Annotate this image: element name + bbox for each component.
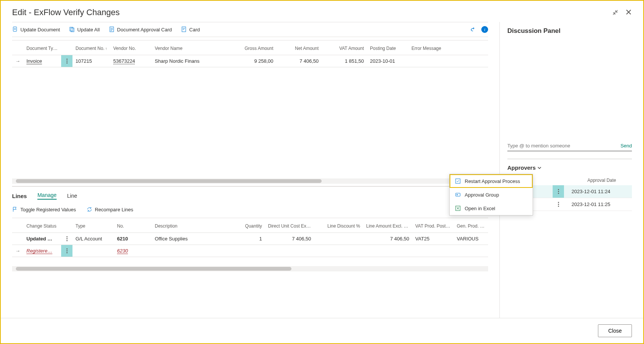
approvers-section-toggle[interactable]: Approvers [507, 164, 632, 171]
col-line-no[interactable]: No. [114, 222, 152, 230]
col-line-unit[interactable]: Direct Unit Cost Excl. VAT [265, 222, 314, 230]
ctx-group-label: Approval Group [465, 192, 499, 198]
col-change-status[interactable]: Change Status [23, 222, 61, 230]
cell-change-status: Updated … [23, 234, 61, 243]
recompare-label: Recompare Lines [95, 207, 133, 212]
cell-doc-type[interactable]: Invoice [23, 57, 61, 65]
card-icon [181, 26, 187, 33]
col-vendor-name[interactable]: Vendor Name [152, 44, 227, 53]
col-posting-date[interactable]: Posting Date [367, 44, 408, 53]
mention-input[interactable] [507, 141, 615, 151]
close-icon[interactable]: ✕ [625, 8, 632, 17]
cell-line-no[interactable]: 6230 [114, 246, 152, 255]
col-line-disc[interactable]: Line Discount % [314, 222, 363, 230]
approver-row-menu[interactable] [553, 185, 564, 198]
card-button[interactable]: Card [181, 26, 200, 33]
cell-line-unit: 7 406,50 [265, 234, 314, 243]
recompare-button[interactable]: Recompare Lines [86, 206, 133, 212]
lines-h-scrollbar[interactable] [12, 266, 488, 271]
ctx-excel-label: Open in Excel [465, 206, 495, 211]
update-all-button[interactable]: Update All [69, 26, 100, 33]
ctx-restart-label: Restart Approval Process [465, 178, 520, 184]
cell-gross: 9 258,00 [227, 57, 276, 65]
h-scrollbar[interactable] [12, 178, 488, 184]
info-badge-icon[interactable]: i [481, 26, 488, 33]
cell-line-type [72, 249, 114, 253]
approver-row-menu[interactable] [553, 198, 564, 211]
group-icon [455, 192, 461, 198]
col-line-vatpg[interactable]: VAT Prod. Posting Group [412, 222, 454, 230]
approver-date: 2023-12-01 11:25 [564, 201, 632, 207]
line-menu-button[interactable] [61, 233, 72, 245]
ctx-open-excel[interactable]: Open in Excel [450, 201, 533, 215]
col-line-desc[interactable]: Description [152, 222, 235, 230]
svg-rect-6 [456, 193, 460, 196]
cell-line-vatpg: VAT25 [412, 234, 454, 243]
tab-manage[interactable]: Manage [37, 192, 57, 200]
cell-line-amt: 7 406,50 [363, 234, 412, 243]
document-update-icon [12, 26, 18, 33]
update-document-button[interactable]: Update Document [12, 26, 60, 33]
col-vat[interactable]: VAT Amount [322, 44, 367, 53]
share-icon[interactable] [470, 26, 476, 33]
cell-line-no: 6210 [114, 234, 152, 243]
flag-icon [12, 206, 18, 212]
line-row[interactable]: Updated … G/L Account 6210 Office Suppli… [12, 233, 488, 245]
cell-line-qty: 1 [235, 234, 265, 243]
minimize-arrow-icon[interactable] [612, 9, 618, 15]
cell-line-type: G/L Account [72, 234, 114, 243]
approval-card-icon [109, 26, 115, 33]
chevron-down-icon [537, 166, 542, 170]
excel-icon [455, 205, 461, 211]
row-arrow-icon[interactable]: → [12, 57, 23, 65]
table-row[interactable]: → Invoice 107215 53673224 Sharp Nordic F… [12, 55, 488, 67]
row-menu-button[interactable] [61, 55, 72, 67]
col-error[interactable]: Error Message [408, 44, 454, 53]
update-document-label: Update Document [20, 27, 60, 33]
refresh-icon [86, 206, 92, 212]
col-line-type[interactable]: Type [72, 222, 114, 230]
col-net[interactable]: Net Amount [276, 44, 322, 53]
cell-vat: 1 851,50 [322, 57, 367, 65]
restart-icon [455, 178, 461, 184]
discussion-panel-title: Discussion Panel [507, 22, 632, 42]
cell-line-disc [314, 237, 363, 240]
cell-doc-no: 107215 [72, 57, 110, 65]
row-arrow-icon[interactable]: → [12, 246, 23, 255]
update-all-icon [69, 26, 75, 33]
send-button[interactable]: Send [615, 143, 632, 149]
toggle-reg-label: Toggle Registered Values [20, 207, 76, 212]
col-doc-no[interactable]: Document No.↑ [72, 44, 110, 53]
doc-approval-card-label: Document Approval Card [117, 27, 172, 33]
ctx-restart-approval[interactable]: Restart Approval Process [450, 174, 533, 188]
cell-posting: 2023-10-01 [367, 57, 408, 65]
context-menu: Restart Approval Process Approval Group … [449, 174, 533, 215]
approvers-label: Approvers [507, 164, 536, 171]
update-all-label: Update All [77, 27, 100, 33]
cell-change-status[interactable]: Registere… [23, 246, 61, 255]
close-button[interactable]: Close [598, 324, 632, 337]
line-row[interactable]: → Registere… 6230 [12, 245, 488, 257]
cell-net: 7 406,50 [276, 57, 322, 65]
cell-line-genpg: VARIOUS [454, 234, 488, 243]
card-label: Card [189, 27, 200, 33]
lines-title: Lines [12, 193, 27, 199]
col-gross[interactable]: Gross Amount [227, 44, 276, 53]
col-line-amt[interactable]: Line Amount Excl. VAT [363, 222, 412, 230]
toggle-registered-button[interactable]: Toggle Registered Values [12, 206, 76, 212]
svg-rect-0 [13, 27, 17, 31]
col-line-qty[interactable]: Quantity [235, 222, 265, 230]
doc-approval-card-button[interactable]: Document Approval Card [109, 26, 172, 33]
ctx-approval-group[interactable]: Approval Group [450, 188, 533, 201]
cell-vendor-name: Sharp Nordic Finans [152, 57, 227, 65]
svg-rect-5 [456, 179, 460, 183]
page-title: Edit - ExFlow Verify Changes [12, 8, 120, 17]
col-line-genpg[interactable]: Gen. Prod. Posting Gr [454, 222, 488, 230]
tab-line[interactable]: Line [67, 193, 77, 199]
cell-error [408, 60, 454, 63]
cell-vendor-no[interactable]: 53673224 [110, 57, 152, 65]
col-vendor-no[interactable]: Vendor No. [110, 44, 152, 53]
svg-point-7 [457, 194, 458, 195]
line-menu-button[interactable] [61, 245, 72, 257]
col-doc-type[interactable]: Document Type↑ [23, 44, 61, 53]
